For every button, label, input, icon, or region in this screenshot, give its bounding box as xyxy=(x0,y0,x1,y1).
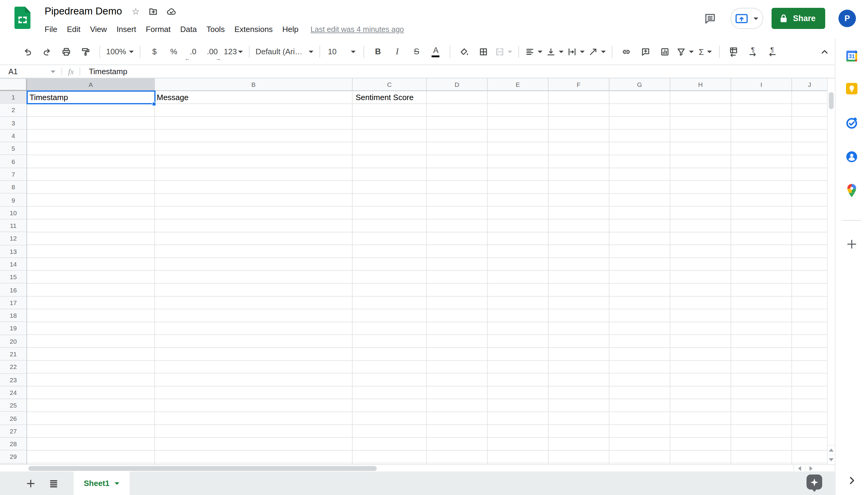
row-header[interactable]: 7 xyxy=(0,168,27,181)
row-header[interactable]: 25 xyxy=(0,399,27,412)
number-format-button[interactable]: 123 xyxy=(222,43,245,60)
maps-icon[interactable] xyxy=(843,182,861,200)
tasks-icon[interactable] xyxy=(843,114,861,132)
row-header[interactable]: 18 xyxy=(0,309,27,322)
text-rotation-button[interactable] xyxy=(587,43,608,60)
cell-name-box[interactable]: A1 xyxy=(0,67,55,76)
menu-item[interactable]: Data xyxy=(175,23,202,36)
row-header[interactable]: 28 xyxy=(0,438,27,451)
row-header[interactable]: 17 xyxy=(0,297,27,310)
increase-decimal-button[interactable]: .00 → xyxy=(203,43,222,60)
last-edit-link[interactable]: Last edit was 4 minutes ago xyxy=(310,25,404,33)
insert-link-button[interactable] xyxy=(617,43,636,60)
row-header[interactable]: 16 xyxy=(0,284,27,297)
text-color-button[interactable]: A xyxy=(426,43,446,60)
paint-format-button[interactable] xyxy=(76,43,95,60)
get-addons-button[interactable] xyxy=(843,235,861,253)
keep-icon[interactable] xyxy=(843,80,861,98)
decrease-decimal-button[interactable]: .0 ← xyxy=(184,43,203,60)
explore-button[interactable] xyxy=(806,475,822,490)
menu-item[interactable]: File xyxy=(40,23,62,36)
row-header[interactable]: 4 xyxy=(0,130,27,142)
all-sheets-button[interactable] xyxy=(45,474,63,492)
zoom-select[interactable]: 100% xyxy=(104,43,136,60)
collapse-panel-chevron-icon[interactable] xyxy=(843,472,861,490)
insert-chart-button[interactable] xyxy=(655,43,675,60)
row-header[interactable]: 29 xyxy=(0,451,27,464)
row-header[interactable]: 8 xyxy=(0,181,27,194)
column-header[interactable]: D xyxy=(427,79,488,91)
strikethrough-button[interactable]: S xyxy=(407,43,426,60)
menu-item[interactable]: Format xyxy=(141,23,175,36)
row-header[interactable]: 20 xyxy=(0,335,27,348)
document-title[interactable]: Pipedream Demo xyxy=(45,5,122,17)
column-header[interactable]: I xyxy=(731,79,792,91)
create-filter-button[interactable] xyxy=(675,43,696,60)
scroll-up-button[interactable] xyxy=(828,445,835,455)
present-dropdown-caret[interactable] xyxy=(754,17,759,20)
print-button[interactable] xyxy=(57,43,76,60)
share-button[interactable]: Share xyxy=(772,8,825,29)
row-header[interactable]: 10 xyxy=(0,206,27,220)
row-header[interactable]: 12 xyxy=(0,233,27,245)
vertical-scrollbar[interactable] xyxy=(827,79,835,464)
star-icon[interactable]: ☆ xyxy=(132,7,140,16)
borders-button[interactable] xyxy=(474,43,493,60)
cloud-saved-icon[interactable] xyxy=(167,6,177,16)
row-header[interactable]: 14 xyxy=(0,258,27,271)
horizontal-scrollbar[interactable] xyxy=(0,464,835,472)
fill-handle[interactable] xyxy=(152,102,156,106)
menu-item[interactable]: Insert xyxy=(112,23,141,36)
scroll-left-button[interactable] xyxy=(793,465,805,472)
column-header[interactable]: C xyxy=(353,79,427,91)
functions-button[interactable]: Σ xyxy=(696,43,715,60)
horizontal-align-button[interactable] xyxy=(523,43,544,60)
scroll-down-button[interactable] xyxy=(828,455,835,464)
cell-B1[interactable]: Message xyxy=(157,91,189,104)
font-select[interactable]: Default (Ari…) xyxy=(254,43,315,60)
column-header[interactable]: B xyxy=(155,79,353,91)
add-sheet-button[interactable] xyxy=(22,474,40,492)
font-size-select[interactable]: 10 xyxy=(324,43,359,60)
row-header[interactable]: 21 xyxy=(0,348,27,361)
sheet-direction-rtl-button[interactable] xyxy=(724,43,743,60)
row-header[interactable]: 15 xyxy=(0,271,27,284)
row-header[interactable]: 1 xyxy=(0,91,27,104)
text-direction-rtl-button[interactable]: ¶ xyxy=(763,43,782,60)
row-header[interactable]: 2 xyxy=(0,104,27,117)
cell-A1-selected[interactable]: Timestamp xyxy=(27,90,156,104)
row-header[interactable]: 11 xyxy=(0,220,27,233)
column-header[interactable]: E xyxy=(488,79,549,91)
sheets-logo[interactable] xyxy=(15,7,31,29)
text-wrap-button[interactable] xyxy=(566,43,587,60)
column-header[interactable]: H xyxy=(670,79,731,91)
column-header[interactable]: F xyxy=(549,79,609,91)
menu-item[interactable]: Extensions xyxy=(230,23,278,36)
sheet-tab-menu-caret[interactable] xyxy=(114,482,119,484)
menu-item[interactable]: Tools xyxy=(202,23,230,36)
format-percent-button[interactable]: % xyxy=(164,43,184,60)
bold-button[interactable]: B xyxy=(368,43,387,60)
row-header[interactable]: 13 xyxy=(0,245,27,258)
select-all-corner[interactable] xyxy=(0,79,27,91)
row-header[interactable]: 3 xyxy=(0,117,27,130)
column-header[interactable]: A xyxy=(27,79,155,91)
row-header[interactable]: 6 xyxy=(0,155,27,168)
fill-color-button[interactable] xyxy=(454,43,474,60)
undo-button[interactable] xyxy=(18,43,37,60)
insert-comment-button[interactable] xyxy=(636,43,655,60)
comment-history-icon[interactable] xyxy=(704,12,716,24)
row-header[interactable]: 19 xyxy=(0,322,27,335)
row-header[interactable]: 26 xyxy=(0,412,27,425)
sheet-tab-active[interactable]: Sheet1 xyxy=(73,472,129,495)
calendar-icon[interactable]: 31 xyxy=(843,47,861,65)
present-to-meeting-button[interactable] xyxy=(731,8,763,29)
row-header[interactable]: 27 xyxy=(0,425,27,438)
row-header[interactable]: 24 xyxy=(0,387,27,399)
redo-button[interactable] xyxy=(37,43,57,60)
row-header[interactable]: 23 xyxy=(0,374,27,387)
menu-item[interactable]: View xyxy=(85,23,112,36)
menu-item[interactable]: Edit xyxy=(62,23,85,36)
cell-C1[interactable]: Sentiment Score xyxy=(355,91,414,104)
formula-input[interactable]: Timestamp xyxy=(89,67,127,76)
